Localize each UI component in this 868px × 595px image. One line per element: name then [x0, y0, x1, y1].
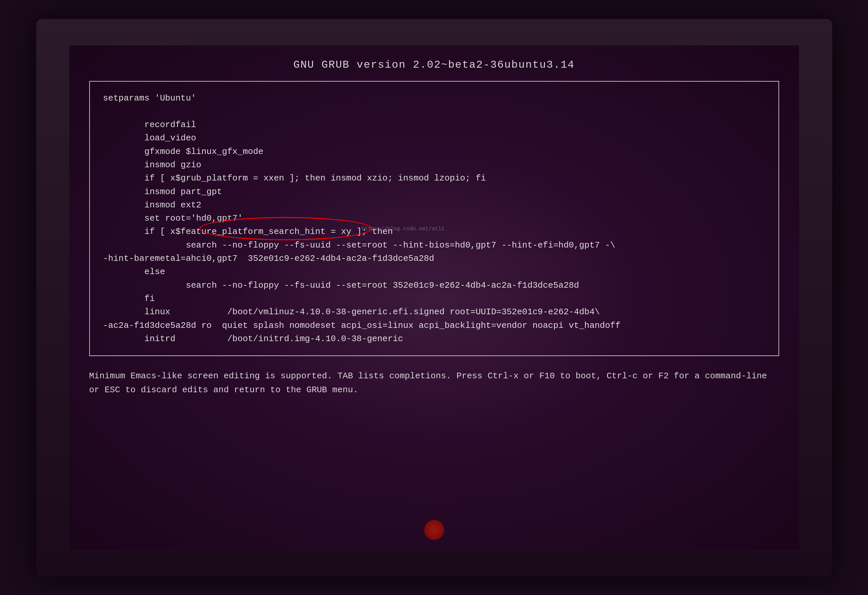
grub-footer: Minimum Emacs-like screen editing is sup… — [89, 369, 779, 397]
bottom-indicator — [424, 520, 444, 540]
watermark: https://blog.csdn.net/atli — [362, 226, 445, 232]
grub-code-box: setparams 'Ubuntu' recordfail load_video… — [89, 81, 779, 357]
grub-code-content: setparams 'Ubuntu' recordfail load_video… — [103, 92, 765, 346]
screen: GNU GRUB version 2.02~beta2-36ubuntu3.14… — [69, 46, 799, 550]
grub-title: GNU GRUB version 2.02~beta2-36ubuntu3.14 — [89, 59, 779, 71]
laptop-frame: GNU GRUB version 2.02~beta2-36ubuntu3.14… — [36, 19, 832, 576]
